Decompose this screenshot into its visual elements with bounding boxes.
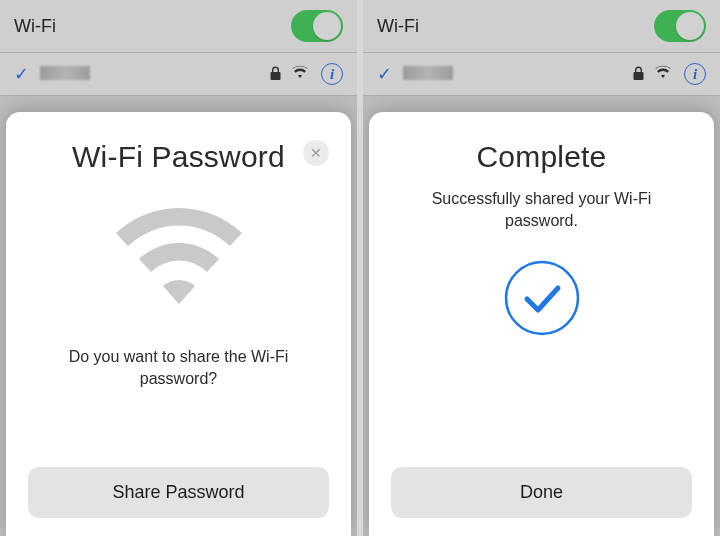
lock-icon — [270, 66, 281, 83]
wifi-label: Wi-Fi — [377, 16, 419, 37]
wifi-toggle[interactable] — [291, 10, 343, 42]
wifi-toggle[interactable] — [654, 10, 706, 42]
wifi-label: Wi-Fi — [14, 16, 56, 37]
wifi-toggle-row: Wi-Fi — [363, 0, 720, 53]
phone-screen-right: Wi-Fi ✓ i Complete Successfully shared y… — [363, 0, 720, 536]
sheet-body-text: Successfully shared your Wi-Fi password. — [412, 188, 672, 231]
svg-point-0 — [506, 262, 578, 334]
wifi-signal-icon — [654, 65, 672, 83]
sheet-title: Complete — [477, 140, 607, 174]
done-button[interactable]: Done — [391, 467, 692, 518]
wifi-large-icon — [104, 204, 254, 318]
connected-network-row[interactable]: ✓ i — [0, 53, 357, 96]
success-check-icon — [503, 259, 581, 341]
lock-icon — [633, 66, 644, 83]
sheet-body-text: Do you want to share the Wi-Fi password? — [49, 346, 309, 389]
info-icon[interactable]: i — [684, 63, 706, 85]
close-button[interactable]: ✕ — [303, 140, 329, 166]
connected-check-icon: ✓ — [377, 63, 395, 85]
wifi-signal-icon — [291, 65, 309, 83]
share-wifi-sheet: ✕ Wi-Fi Password Do you want to share th… — [6, 112, 351, 536]
close-icon: ✕ — [310, 145, 322, 161]
network-name-redacted — [40, 66, 262, 82]
phone-screen-left: Wi-Fi ✓ i ✕ Wi-Fi Password Do y — [0, 0, 357, 536]
connected-check-icon: ✓ — [14, 63, 32, 85]
complete-sheet: Complete Successfully shared your Wi-Fi … — [369, 112, 714, 536]
connected-network-row[interactable]: ✓ i — [363, 53, 720, 96]
sheet-title: Wi-Fi Password — [72, 140, 285, 174]
wifi-toggle-row: Wi-Fi — [0, 0, 357, 53]
network-name-redacted — [403, 66, 625, 82]
share-password-button[interactable]: Share Password — [28, 467, 329, 518]
info-icon[interactable]: i — [321, 63, 343, 85]
